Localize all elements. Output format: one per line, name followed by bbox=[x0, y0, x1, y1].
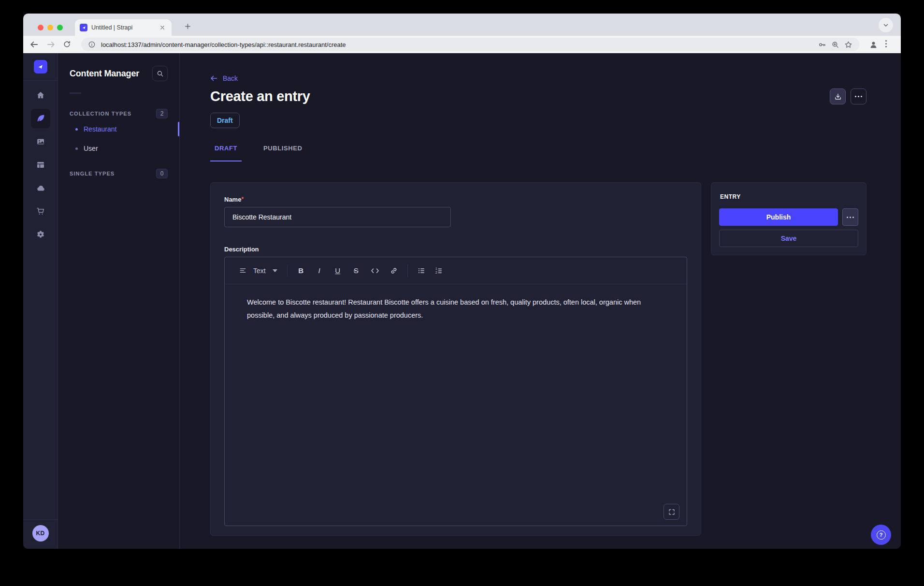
browser-tab[interactable]: Untitled | Strapi bbox=[75, 19, 172, 36]
marketplace-cart-icon[interactable] bbox=[31, 202, 50, 221]
entry-form-card: Name* Description Text bbox=[210, 182, 701, 536]
toolbar-divider bbox=[407, 264, 408, 277]
text-style-value: Text bbox=[253, 267, 266, 275]
sidebar-divider bbox=[70, 93, 81, 93]
export-download-button[interactable] bbox=[830, 88, 846, 104]
tab-draft[interactable]: DRAFT bbox=[210, 145, 242, 161]
svg-text:1: 1 bbox=[435, 267, 437, 270]
tab-title: Untitled | Strapi bbox=[91, 24, 154, 31]
numbered-list-icon: 12 bbox=[435, 267, 443, 275]
bold-button[interactable]: B bbox=[297, 266, 305, 275]
close-window-button[interactable] bbox=[38, 25, 43, 30]
content-manager-sidebar: Content Manager COLLECTION TYPES 2 Resta… bbox=[58, 53, 180, 549]
media-library-icon[interactable] bbox=[31, 132, 50, 151]
question-mark-icon: ? bbox=[877, 530, 886, 540]
site-info-icon[interactable] bbox=[88, 41, 96, 49]
entry-more-button[interactable] bbox=[842, 208, 858, 226]
strapi-logo-icon[interactable] bbox=[34, 60, 47, 73]
toolbar-divider bbox=[287, 264, 288, 277]
collection-types-count-badge: 2 bbox=[156, 109, 168, 118]
align-left-icon bbox=[239, 267, 246, 274]
editor-toolbar: Text B I U S bbox=[225, 257, 687, 284]
required-mark: * bbox=[241, 196, 244, 203]
header-more-button[interactable] bbox=[851, 88, 866, 104]
reload-icon[interactable] bbox=[63, 40, 72, 49]
home-icon[interactable] bbox=[31, 86, 50, 105]
sidebar-item-restaurant[interactable]: Restaurant bbox=[75, 120, 168, 138]
url-text[interactable]: localhost:1337/admin/content-manager/col… bbox=[101, 41, 813, 48]
download-icon bbox=[834, 93, 842, 101]
description-field-label: Description bbox=[224, 246, 687, 253]
bookmark-star-icon[interactable] bbox=[844, 41, 852, 49]
rich-text-editor: Text B I U S bbox=[224, 257, 687, 526]
name-field-label: Name* bbox=[224, 196, 687, 203]
settings-gear-icon[interactable] bbox=[31, 225, 50, 244]
ellipsis-icon bbox=[847, 217, 854, 218]
strapi-app: KD Content Manager COLLECTION TYPES 2 Re… bbox=[23, 53, 901, 549]
bulleted-list-button[interactable] bbox=[418, 267, 425, 275]
link-button[interactable] bbox=[390, 267, 398, 275]
text-style-dropdown[interactable]: Text bbox=[239, 267, 277, 275]
main-nav-rail: KD bbox=[23, 53, 58, 549]
version-tabs: DRAFT PUBLISHED bbox=[210, 145, 866, 161]
help-button[interactable]: ? bbox=[871, 525, 891, 545]
code-button[interactable] bbox=[371, 267, 379, 274]
profile-avatar-icon[interactable] bbox=[869, 40, 878, 49]
numbered-list-button[interactable]: 12 bbox=[435, 267, 443, 275]
layouts-icon[interactable] bbox=[31, 155, 50, 175]
window-controls bbox=[38, 25, 63, 30]
sidebar-item-label: User bbox=[84, 145, 98, 152]
back-label: Back bbox=[223, 74, 238, 82]
browser-window: Untitled | Strapi localhost:1337/admin/c… bbox=[23, 14, 901, 549]
publish-button[interactable]: Publish bbox=[719, 208, 838, 226]
nav-divider bbox=[23, 80, 58, 81]
name-input[interactable] bbox=[224, 207, 451, 227]
link-icon bbox=[390, 267, 398, 275]
bullet-icon bbox=[75, 128, 78, 131]
strikethrough-button[interactable]: S bbox=[352, 266, 360, 275]
chevron-down-icon bbox=[273, 269, 277, 272]
bulleted-list-icon bbox=[418, 267, 425, 275]
password-key-icon[interactable] bbox=[818, 41, 826, 49]
browser-tabstrip: Untitled | Strapi bbox=[23, 14, 901, 36]
entry-panel-title: ENTRY bbox=[720, 193, 858, 200]
single-types-label: SINGLE TYPES bbox=[70, 171, 115, 176]
content-manager-icon[interactable] bbox=[31, 109, 50, 128]
deploy-cloud-icon[interactable] bbox=[31, 178, 50, 198]
ellipsis-icon bbox=[855, 96, 862, 97]
expand-icon bbox=[668, 508, 676, 516]
sidebar-item-label: Restaurant bbox=[84, 125, 116, 133]
browser-menu-icon[interactable] bbox=[885, 40, 894, 49]
new-tab-button[interactable] bbox=[181, 20, 194, 32]
sidebar-title: Content Manager bbox=[70, 69, 139, 79]
svg-text:2: 2 bbox=[435, 270, 437, 274]
tab-close-icon[interactable] bbox=[158, 23, 167, 32]
page-title: Create an entry bbox=[210, 88, 866, 104]
italic-button[interactable]: I bbox=[316, 266, 323, 275]
forward-nav-icon[interactable] bbox=[46, 40, 55, 49]
zoom-window-button[interactable] bbox=[57, 25, 63, 30]
save-button[interactable]: Save bbox=[719, 230, 858, 247]
description-content[interactable]: Welcome to Biscotte restaurant! Restaura… bbox=[225, 284, 687, 526]
bullet-icon bbox=[75, 147, 78, 150]
expand-editor-button[interactable] bbox=[664, 504, 679, 520]
sidebar-item-user[interactable]: User bbox=[75, 140, 168, 157]
collection-types-label: COLLECTION TYPES bbox=[70, 111, 131, 117]
main-content: Back Create an entry Draft DRAFT PUBLISH… bbox=[180, 53, 901, 549]
user-avatar[interactable]: KD bbox=[32, 525, 49, 542]
code-icon bbox=[371, 267, 379, 274]
back-nav-icon[interactable] bbox=[30, 40, 39, 49]
back-link[interactable]: Back bbox=[210, 74, 238, 82]
strapi-favicon bbox=[80, 24, 87, 31]
browser-toolbar: localhost:1337/admin/content-manager/col… bbox=[23, 36, 901, 53]
minimize-window-button[interactable] bbox=[47, 25, 53, 30]
single-types-count-badge: 0 bbox=[156, 169, 168, 178]
url-bar[interactable]: localhost:1337/admin/content-manager/col… bbox=[81, 38, 859, 51]
zoom-page-icon[interactable] bbox=[831, 41, 839, 49]
sidebar-search-button[interactable] bbox=[152, 66, 168, 81]
tab-search-chevron-icon[interactable] bbox=[879, 18, 893, 32]
entry-panel: ENTRY Publish Save bbox=[711, 182, 866, 255]
tab-published[interactable]: PUBLISHED bbox=[259, 145, 307, 161]
status-badge: Draft bbox=[210, 113, 240, 128]
underline-button[interactable]: U bbox=[334, 266, 342, 275]
